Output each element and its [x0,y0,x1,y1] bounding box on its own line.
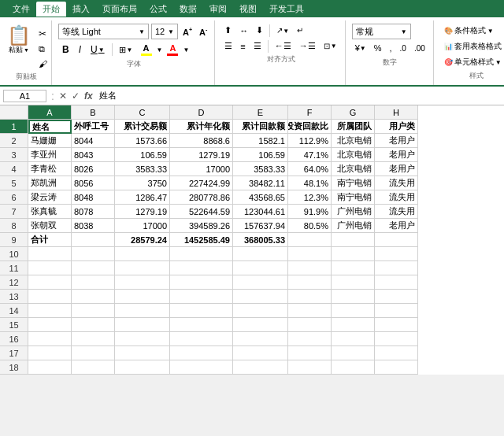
data-cell[interactable]: 8048 [72,190,115,205]
data-cell[interactable] [233,346,288,360]
increase-indent-button[interactable]: →☰ [296,39,319,53]
bold-button[interactable]: B [58,42,73,57]
data-cell[interactable]: 流失用 [375,205,418,219]
menu-data[interactable]: 数据 [173,2,203,17]
data-cell[interactable] [72,346,115,360]
data-cell[interactable] [115,360,170,375]
data-cell[interactable] [375,290,418,304]
header-cell[interactable]: 累计交易额 [115,120,170,134]
menu-formula[interactable]: 公式 [143,2,173,17]
data-cell[interactable] [375,304,418,318]
col-header-a[interactable]: A [28,105,72,120]
data-cell[interactable] [115,275,170,290]
data-cell[interactable] [28,247,72,261]
wrap-text-button[interactable]: ↵ [294,24,306,36]
data-cell[interactable]: 64.0% [288,162,332,176]
data-cell[interactable]: 北京电销 [332,148,375,162]
font-color-button[interactable]: A [164,42,181,57]
text-direction-button[interactable]: ↗▼ [273,24,292,36]
data-cell[interactable]: 北京电销 [332,134,375,148]
data-cell[interactable]: 流失用 [375,176,418,190]
comma-button[interactable]: , [387,42,395,54]
paste-button[interactable]: 📋 粘贴 ▼ [3,24,35,57]
row-header[interactable]: 15 [0,318,28,332]
row-header[interactable]: 5 [0,176,28,190]
border-button[interactable]: ⊞▼ [116,43,136,57]
row-header[interactable]: 17 [0,346,28,360]
data-cell[interactable]: 8026 [72,162,115,176]
header-cell[interactable]: 投资回款比 [288,120,332,134]
data-cell[interactable] [288,360,332,375]
menu-home[interactable]: 开始 [36,2,66,17]
data-cell[interactable] [288,233,332,247]
data-cell[interactable] [375,247,418,261]
decrease-font-button[interactable]: A- [197,25,209,39]
data-cell[interactable] [233,332,288,346]
font-size-dropdown[interactable]: 12 ▼ [151,24,178,39]
row-header[interactable]: 11 [0,261,28,275]
data-cell[interactable] [375,318,418,332]
menu-page-layout[interactable]: 页面布局 [96,2,143,17]
cancel-formula-icon[interactable]: ✕ [59,91,67,102]
data-cell[interactable] [332,318,375,332]
data-cell[interactable]: 17000 [115,219,170,233]
data-cell[interactable] [28,261,72,275]
data-cell[interactable] [375,346,418,360]
number-format-dropdown[interactable]: 常规 ▼ [352,24,411,39]
data-cell[interactable] [332,247,375,261]
col-header-b[interactable]: B [72,105,115,120]
data-cell[interactable]: 8038 [72,219,115,233]
data-cell[interactable] [332,346,375,360]
row-header[interactable]: 10 [0,247,28,261]
decrease-indent-button[interactable]: ←☰ [272,39,295,53]
data-cell[interactable]: 老用户 [375,219,418,233]
data-cell[interactable] [375,261,418,275]
underline-button[interactable]: U▼ [87,42,109,57]
data-cell[interactable]: 522644.59 [170,205,233,219]
data-cell[interactable] [375,275,418,290]
data-cell[interactable]: 老用户 [375,148,418,162]
confirm-formula-icon[interactable]: ✓ [72,91,80,102]
row-header[interactable]: 18 [0,360,28,375]
data-cell[interactable]: 106.59 [233,148,288,162]
data-cell[interactable] [288,332,332,346]
data-cell[interactable] [28,360,72,375]
data-cell[interactable] [170,346,233,360]
data-cell[interactable] [170,318,233,332]
data-cell[interactable] [375,360,418,375]
data-cell[interactable] [170,275,233,290]
formula-input[interactable]: 姓名 [96,90,501,102]
percent-button[interactable]: % [371,42,385,54]
col-header-h[interactable]: H [375,105,418,120]
data-cell[interactable] [28,275,72,290]
data-cell[interactable] [233,247,288,261]
data-cell[interactable]: 80.5% [288,219,332,233]
header-cell[interactable]: 累计年化额 [170,120,233,134]
data-cell[interactable] [170,290,233,304]
data-cell[interactable] [115,290,170,304]
data-cell[interactable] [72,247,115,261]
data-cell[interactable] [170,360,233,375]
data-cell[interactable]: 老用户 [375,134,418,148]
row-header[interactable]: 3 [0,148,28,162]
col-header-e[interactable]: E [233,105,288,120]
data-cell[interactable] [115,261,170,275]
data-cell[interactable] [115,346,170,360]
conditional-format-button[interactable]: 🎨 条件格式 ▼ [440,24,504,38]
data-cell[interactable] [288,290,332,304]
row-header[interactable]: 9 [0,233,28,247]
row-header[interactable]: 8 [0,219,28,233]
insert-function-icon[interactable]: fx [84,91,93,102]
data-cell[interactable] [72,233,115,247]
data-cell[interactable]: 3750 [115,176,170,190]
align-bottom-button[interactable]: ⬇ [253,24,266,37]
menu-review[interactable]: 审阅 [203,2,233,17]
data-cell[interactable] [233,261,288,275]
data-cell[interactable]: 张真毓 [28,205,72,219]
data-cell[interactable]: 8056 [72,176,115,190]
data-cell[interactable]: 马姗姗 [28,134,72,148]
data-cell[interactable] [332,332,375,346]
data-cell[interactable]: 李亚州 [28,148,72,162]
data-cell[interactable] [288,304,332,318]
data-cell[interactable]: 48.1% [288,176,332,190]
